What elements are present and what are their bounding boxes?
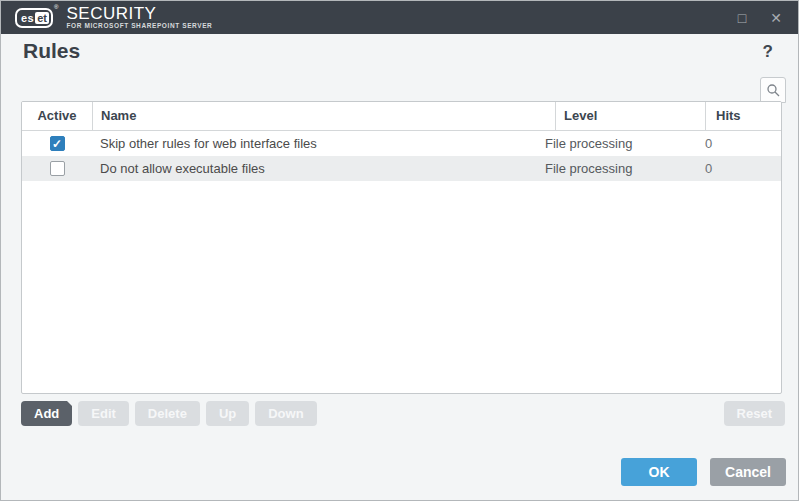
page-title: Rules <box>23 39 80 63</box>
eset-logo: es et <box>15 8 53 28</box>
rule-name-cell: Skip other rules for web interface files <box>92 136 537 151</box>
reset-button[interactable]: Reset <box>724 401 785 426</box>
down-button[interactable]: Down <box>255 401 316 426</box>
active-cell: ✓ <box>22 136 92 151</box>
rule-level-cell: File processing <box>537 136 695 151</box>
active-cell <box>22 161 92 176</box>
active-checkbox[interactable]: ✓ <box>50 136 65 151</box>
rules-table: Active Name Level Hits ✓ Skip other rule… <box>21 101 782 394</box>
product-name: SECURITY <box>66 6 212 21</box>
product-subtitle: FOR MICROSOFT SHAREPOINT SERVER <box>66 22 212 29</box>
table-row[interactable]: Do not allow executable files File proce… <box>22 156 781 181</box>
column-header-name[interactable]: Name <box>92 102 555 130</box>
eset-logo-es: es <box>21 12 34 24</box>
eset-rules-dialog: es et ® SECURITY FOR MICROSOFT SHAREPOIN… <box>0 0 799 501</box>
rule-name-cell: Do not allow executable files <box>92 161 537 176</box>
search-icon <box>766 83 780 97</box>
up-button[interactable]: Up <box>206 401 249 426</box>
column-header-level[interactable]: Level <box>555 102 705 130</box>
registered-mark: ® <box>54 4 58 10</box>
rule-level-cell: File processing <box>537 161 695 176</box>
titlebar: es et ® SECURITY FOR MICROSOFT SHAREPOIN… <box>1 1 798 34</box>
maximize-icon[interactable]: □ <box>734 11 750 25</box>
add-button[interactable]: Add <box>21 401 72 426</box>
rule-actions: Add Edit Delete Up Down <box>21 401 317 426</box>
ok-button[interactable]: OK <box>621 458 697 486</box>
table-header: Active Name Level Hits <box>22 102 781 131</box>
close-icon[interactable]: ✕ <box>768 11 784 25</box>
column-header-hits[interactable]: Hits <box>705 102 781 130</box>
help-icon[interactable]: ? <box>763 42 773 62</box>
cancel-button[interactable]: Cancel <box>710 458 786 486</box>
column-header-active[interactable]: Active <box>22 102 92 130</box>
rule-hits-cell: 0 <box>695 136 781 151</box>
window-controls: □ ✕ <box>734 1 784 34</box>
active-checkbox[interactable] <box>50 161 65 176</box>
edit-button[interactable]: Edit <box>78 401 129 426</box>
search-button[interactable] <box>760 77 786 103</box>
brand-text: SECURITY FOR MICROSOFT SHAREPOINT SERVER <box>66 6 212 29</box>
rule-hits-cell: 0 <box>695 161 781 176</box>
delete-button[interactable]: Delete <box>135 401 200 426</box>
eset-logo-et: et <box>35 12 49 24</box>
table-row[interactable]: ✓ Skip other rules for web interface fil… <box>22 131 781 156</box>
rules-table-body: ✓ Skip other rules for web interface fil… <box>22 131 781 181</box>
